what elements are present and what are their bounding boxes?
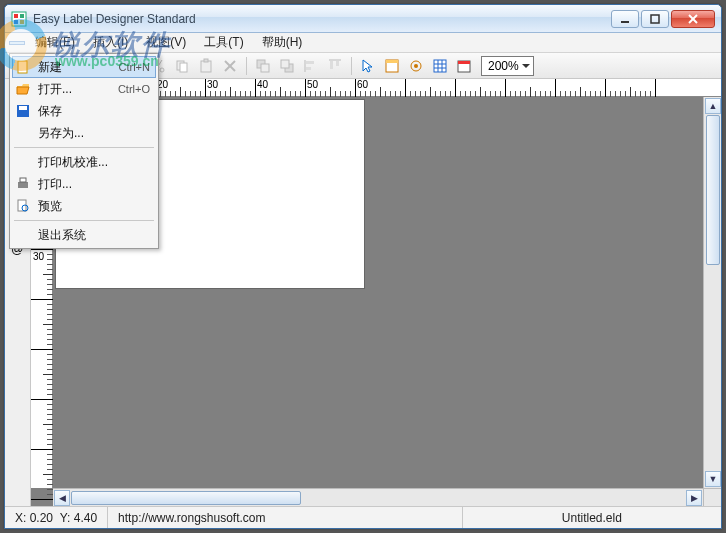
menu-item-open[interactable]: 打开...Ctrl+O [12,78,156,100]
print-icon [14,175,32,193]
menu-item-label: 保存 [38,103,144,120]
menu-separator [14,220,154,221]
maximize-button[interactable] [641,10,669,28]
menu-item-label: 退出系统 [38,227,144,244]
svg-rect-32 [306,61,314,64]
vertical-scrollbar[interactable]: ▲ ▼ [703,97,721,488]
svg-rect-62 [20,178,26,182]
menu-item-label: 打开... [38,81,112,98]
zoom-combobox[interactable]: 200% [481,56,534,76]
svg-rect-36 [336,61,339,66]
tb-delete-icon[interactable] [219,55,241,77]
new-icon [14,58,32,76]
svg-rect-6 [651,15,659,23]
zoom-value: 200% [488,59,519,73]
svg-rect-4 [20,20,24,24]
menu-item-calib[interactable]: 打印机校准... [12,151,156,173]
svg-rect-47 [458,61,470,64]
svg-rect-24 [204,59,208,62]
status-x-label: X: [15,511,26,525]
menubar: 编辑(E) 插入(I) 视图(V) 工具(T) 帮助(H) [5,33,721,53]
status-y-value: 4.40 [74,511,97,525]
menu-item-exit[interactable]: 退出系统 [12,224,156,246]
svg-point-40 [414,64,418,68]
svg-rect-30 [281,60,289,68]
blank-icon [14,226,32,244]
svg-rect-58 [18,61,27,73]
scroll-right-icon[interactable]: ▶ [686,490,702,506]
svg-rect-61 [18,182,28,188]
svg-point-20 [160,68,164,72]
save-icon [14,102,32,120]
scroll-thumb[interactable] [706,115,720,265]
app-window: Easy Label Designer Standard 编辑(E) 插入(I)… [4,4,722,529]
menu-item-save[interactable]: 保存 [12,100,156,122]
menu-separator [14,147,154,148]
tb-properties-icon[interactable] [381,55,403,77]
blank-icon [14,153,32,171]
scroll-down-icon[interactable]: ▼ [705,471,721,487]
svg-rect-33 [306,67,311,70]
tb-align-top-icon[interactable] [324,55,346,77]
window-controls [611,10,715,28]
status-x-value: 0.20 [30,511,53,525]
scroll-left-icon[interactable]: ◀ [54,490,70,506]
status-y-label: Y: [60,511,71,525]
tb-copy-icon[interactable] [171,55,193,77]
svg-rect-22 [180,63,187,72]
menu-item-accel: Ctrl+N [119,61,150,73]
minimize-button[interactable] [611,10,639,28]
menu-item-label: 新建 [38,59,113,76]
tb-send-back-icon[interactable] [276,55,298,77]
svg-rect-28 [261,64,269,72]
tb-date-icon[interactable] [453,55,475,77]
window-title: Easy Label Designer Standard [33,12,611,26]
svg-rect-41 [434,60,446,72]
toolbar-sep [351,57,352,75]
preview-icon [14,197,32,215]
menu-item-print[interactable]: 打印... [12,173,156,195]
tb-grid-icon[interactable] [429,55,451,77]
status-url: http://www.rongshusoft.com [108,507,463,528]
scroll-up-icon[interactable]: ▲ [705,98,721,114]
blank-icon [14,124,32,142]
svg-rect-3 [14,20,18,24]
tb-settings-icon[interactable] [405,55,427,77]
svg-rect-23 [201,61,211,72]
close-button[interactable] [671,10,715,28]
menu-item-accel: Ctrl+O [118,83,150,95]
svg-rect-38 [386,60,398,63]
horizontal-scrollbar[interactable]: ◀ ▶ [53,488,703,506]
toolbar-sep [246,57,247,75]
svg-rect-35 [330,61,333,69]
menu-item-saveas[interactable]: 另存为... [12,122,156,144]
open-icon [14,80,32,98]
svg-rect-60 [19,106,27,110]
scroll-corner [703,488,721,506]
menu-item-label: 打印机校准... [38,154,144,171]
file-menu-dropdown: 新建Ctrl+N打开...Ctrl+O保存另存为...打印机校准...打印...… [9,53,159,249]
svg-rect-1 [14,14,18,18]
menu-insert[interactable]: 插入(I) [85,32,136,53]
tb-paste-icon[interactable] [195,55,217,77]
statusbar: X: 0.20 Y: 4.40 http://www.rongshusoft.c… [5,506,721,528]
menu-file[interactable] [9,41,25,45]
menu-view[interactable]: 视图(V) [138,32,194,53]
menu-edit[interactable]: 编辑(E) [27,32,83,53]
svg-rect-2 [20,14,24,18]
tb-select-icon[interactable] [357,55,379,77]
menu-item-label: 另存为... [38,125,144,142]
tb-align-left-icon[interactable] [300,55,322,77]
scroll-thumb[interactable] [71,491,301,505]
menu-item-label: 预览 [38,198,144,215]
menu-item-label: 打印... [38,176,144,193]
menu-item-preview[interactable]: 预览 [12,195,156,217]
tb-bring-front-icon[interactable] [252,55,274,77]
menu-help[interactable]: 帮助(H) [254,32,311,53]
menu-item-new[interactable]: 新建Ctrl+N [12,56,156,78]
app-icon [11,11,27,27]
menu-tool[interactable]: 工具(T) [196,32,251,53]
status-coords: X: 0.20 Y: 4.40 [5,507,108,528]
titlebar[interactable]: Easy Label Designer Standard [5,5,721,33]
status-filename: Untitled.eld [463,507,721,528]
